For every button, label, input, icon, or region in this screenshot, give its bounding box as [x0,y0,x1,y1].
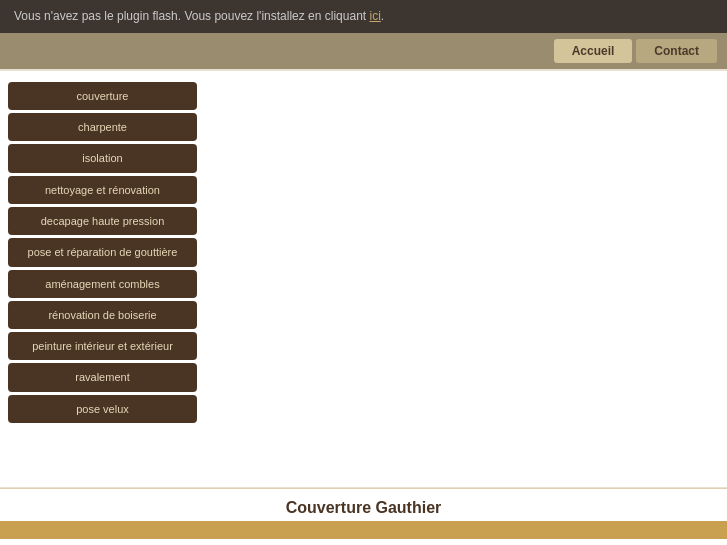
bottom-section: Couverture Gauthier [0,488,727,545]
sidebar-item-nettoyage[interactable]: nettoyage et rénovation [8,176,197,204]
sidebar-item-amenagement[interactable]: aménagement combles [8,270,197,298]
content-area [205,71,727,487]
sidebar-item-peinture[interactable]: peinture intérieur et extérieur [8,332,197,360]
flash-message: Vous n'avez pas le plugin flash. Vous po… [14,9,369,23]
sidebar-item-decapage[interactable]: decapage haute pression [8,207,197,235]
contact-button[interactable]: Contact [636,39,717,63]
top-nav: Accueil Contact [0,33,727,69]
sidebar-item-isolation[interactable]: isolation [8,144,197,172]
sidebar-item-boiserie[interactable]: rénovation de boiserie [8,301,197,329]
company-title: Couverture Gauthier [0,499,727,517]
sidebar: couverturecharpenteisolationnettoyage et… [0,71,205,487]
flash-suffix: . [381,9,384,23]
accueil-button[interactable]: Accueil [554,39,633,63]
sidebar-item-couverture[interactable]: couverture [8,82,197,110]
sidebar-item-pose-reparation[interactable]: pose et réparation de gouttière [8,238,197,266]
page-wrapper: Vous n'avez pas le plugin flash. Vous po… [0,0,727,545]
middle-section: couverturecharpenteisolationnettoyage et… [0,69,727,488]
sidebar-item-ravalement[interactable]: ravalement [8,363,197,391]
flash-link[interactable]: ici [369,9,380,23]
bottom-strip [0,521,727,539]
sidebar-item-charpente[interactable]: charpente [8,113,197,141]
flash-bar: Vous n'avez pas le plugin flash. Vous po… [0,0,727,33]
sidebar-item-velux[interactable]: pose velux [8,395,197,423]
